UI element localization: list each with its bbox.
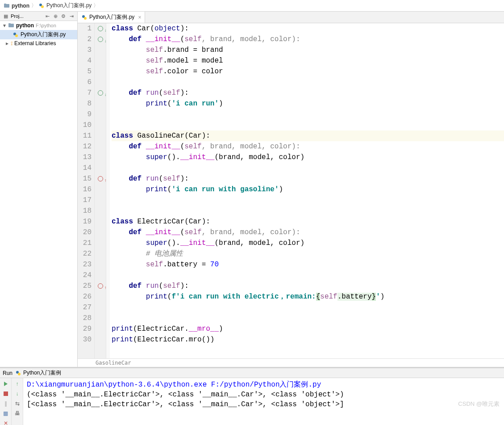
code-line[interactable]: super().__init__(brand, model, color) [112, 152, 504, 163]
line-number[interactable]: 14 [78, 163, 92, 173]
gutter-marker[interactable] [95, 281, 106, 291]
code-line[interactable]: def run(self): [112, 88, 504, 98]
gutter-marker[interactable] [95, 195, 106, 206]
gutter-marker[interactable] [95, 130, 106, 141]
line-number[interactable]: 1 [78, 23, 92, 34]
code-line[interactable] [112, 163, 504, 173]
gutter-marker[interactable] [95, 238, 106, 248]
gutter-marker[interactable] [95, 206, 106, 216]
code-content[interactable]: class Car(object): def __init__(self, br… [110, 23, 504, 358]
locate-icon[interactable]: ⊕ [52, 13, 59, 20]
line-number-gutter[interactable]: 1234567891011121314151617181920212223242… [78, 23, 95, 358]
line-number[interactable]: 3 [78, 45, 92, 55]
line-number[interactable]: 10 [78, 120, 92, 130]
code-line[interactable]: # 电池属性 [112, 248, 504, 259]
gutter-marker[interactable] [95, 313, 106, 324]
gutter-marker[interactable] [95, 334, 106, 345]
code-line[interactable] [112, 270, 504, 281]
gutter-marker[interactable] [95, 66, 106, 77]
soft-wrap-button[interactable]: ⇆ [12, 399, 23, 408]
code-line[interactable]: self.battery = 70 [112, 259, 504, 270]
code-line[interactable] [112, 77, 504, 88]
line-number[interactable]: 6 [78, 77, 92, 88]
code-line[interactable] [112, 302, 504, 313]
code-line[interactable]: def __init__(self, brand, model, color): [112, 34, 504, 45]
close-run-button[interactable]: ✕ [0, 418, 11, 425]
gutter-marker[interactable] [95, 120, 106, 130]
line-number[interactable]: 22 [78, 248, 92, 259]
code-line[interactable]: def run(self): [112, 173, 504, 184]
collapse-icon[interactable]: ⇤ [44, 13, 51, 20]
pause-button[interactable]: ‖ [0, 399, 11, 408]
code-line[interactable] [112, 195, 504, 206]
line-number[interactable]: 20 [78, 227, 92, 238]
line-number[interactable]: 15 [78, 173, 92, 184]
line-number[interactable]: 19 [78, 216, 92, 227]
line-number[interactable]: 4 [78, 55, 92, 66]
print-button[interactable]: 🖶 [12, 408, 23, 418]
code-line[interactable]: print('i can run with gasoline') [112, 184, 504, 195]
code-line[interactable]: self.model = model [112, 55, 504, 66]
marker-gutter[interactable] [95, 23, 106, 358]
gutter-marker[interactable] [95, 259, 106, 270]
line-number[interactable]: 24 [78, 270, 92, 281]
code-line[interactable] [112, 313, 504, 324]
project-root[interactable]: ▾ python F:\python [0, 21, 77, 30]
code-line[interactable]: print(ElectricCar.mro()) [112, 334, 504, 345]
settings-icon[interactable]: ⚙ [60, 13, 67, 20]
line-number[interactable]: 13 [78, 152, 92, 163]
line-number[interactable]: 30 [78, 334, 92, 345]
code-line[interactable]: print('i can run') [112, 98, 504, 109]
code-line[interactable]: print(f'i can run with electric，remain:{… [112, 291, 504, 302]
stop-button[interactable] [0, 389, 11, 399]
breadcrumb-item-root[interactable]: python [4, 3, 29, 9]
code-line[interactable]: super().__init__(brand, model, color) [112, 238, 504, 248]
line-number[interactable]: 8 [78, 98, 92, 109]
code-line[interactable]: print(ElectricCar.__mro__) [112, 324, 504, 334]
gutter-marker[interactable] [95, 227, 106, 238]
line-number[interactable]: 18 [78, 206, 92, 216]
gutter-marker[interactable] [95, 173, 106, 184]
gutter-marker[interactable] [95, 77, 106, 88]
gutter-marker[interactable] [95, 141, 106, 152]
gutter-marker[interactable] [95, 324, 106, 334]
gutter-marker[interactable] [95, 248, 106, 259]
line-number[interactable]: 21 [78, 238, 92, 248]
expand-icon[interactable]: ▸ [4, 40, 10, 46]
code-line[interactable] [112, 206, 504, 216]
line-number[interactable]: 27 [78, 302, 92, 313]
line-number[interactable]: 28 [78, 313, 92, 324]
code-line[interactable]: def __init__(self, brand, model, color): [112, 141, 504, 152]
code-line[interactable]: self.color = color [112, 66, 504, 77]
line-number[interactable]: 5 [78, 66, 92, 77]
hide-icon[interactable]: ⇥ [68, 13, 75, 20]
code-line[interactable]: def __init__(self, brand, model, color): [112, 227, 504, 238]
run-output[interactable]: D:\xiangmuruanjian\python-3.6.4\python.e… [23, 378, 504, 425]
gutter-marker[interactable] [95, 88, 106, 98]
rerun-button[interactable] [0, 379, 11, 389]
gutter-marker[interactable] [95, 270, 106, 281]
line-number[interactable]: 23 [78, 259, 92, 270]
close-icon[interactable]: × [138, 14, 141, 21]
code-line[interactable]: class ElectricCar(Car): [112, 216, 504, 227]
code-editor[interactable]: 1234567891011121314151617181920212223242… [78, 23, 504, 358]
line-number[interactable]: 12 [78, 141, 92, 152]
line-number[interactable]: 16 [78, 184, 92, 195]
line-number[interactable]: 17 [78, 195, 92, 206]
code-line[interactable]: def run(self): [112, 281, 504, 291]
gutter-marker[interactable] [95, 23, 106, 34]
line-number[interactable]: 25 [78, 281, 92, 291]
fold-gutter[interactable] [106, 23, 110, 358]
code-line[interactable]: class GasolineCar(Car): [112, 130, 504, 141]
tree-item-file[interactable]: Python入门案例.py [0, 30, 77, 39]
tree-item-external-libraries[interactable]: ▸ ⟟ External Libraries [0, 39, 77, 47]
gutter-marker[interactable] [95, 109, 106, 120]
line-number[interactable]: 11 [78, 130, 92, 141]
layout-button[interactable]: ▦ [0, 408, 11, 418]
breadcrumb-item-file[interactable]: Python入门案例.py [38, 2, 92, 9]
editor-tab-active[interactable]: Python入门案例.py × [78, 12, 145, 23]
code-line[interactable] [112, 109, 504, 120]
code-line[interactable]: class Car(object): [112, 23, 504, 34]
gutter-marker[interactable] [95, 152, 106, 163]
project-view-icon[interactable]: ▦ [2, 13, 9, 20]
